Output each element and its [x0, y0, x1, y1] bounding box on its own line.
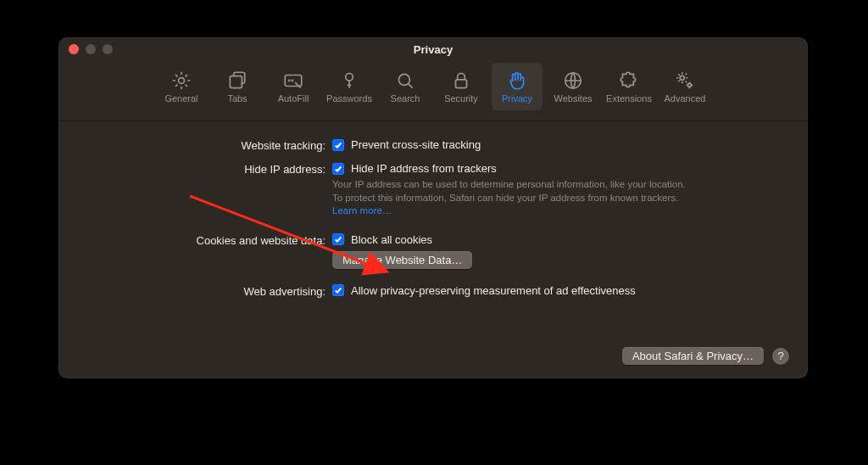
svg-rect-7 [456, 80, 467, 88]
tab-label: General [164, 93, 198, 104]
checkbox-ad-measurement[interactable] [332, 284, 344, 296]
puzzle-icon [618, 70, 640, 92]
tab-label: Extensions [606, 93, 652, 104]
svg-point-9 [680, 76, 684, 80]
minimize-window-button[interactable] [86, 44, 96, 54]
window-controls [58, 44, 113, 54]
tab-tabs[interactable]: Tabs [212, 63, 263, 110]
lock-icon [450, 70, 472, 92]
tab-label: Security [444, 93, 478, 104]
gears-icon [674, 70, 696, 92]
tab-passwords[interactable]: Passwords [324, 63, 375, 110]
svg-point-3 [289, 80, 290, 81]
hide-ip-description: Your IP address can be used to determine… [332, 178, 697, 218]
label-web-advertising: Web advertising: [92, 284, 332, 298]
titlebar: Privacy [58, 37, 808, 61]
checkbox-label: Hide IP address from trackers [351, 162, 497, 175]
label-website-tracking: Website tracking: [92, 138, 332, 152]
tab-label: Tabs [227, 93, 247, 104]
key-icon [338, 70, 360, 92]
preferences-toolbar: General Tabs AutoFill Passwords Search [58, 61, 808, 121]
tab-websites[interactable]: Websites [548, 63, 598, 110]
hand-icon [506, 70, 528, 92]
checkbox-label: Prevent cross-site tracking [351, 138, 481, 151]
row-web-advertising: Web advertising: Allow privacy-preservin… [92, 284, 774, 298]
svg-point-4 [292, 80, 292, 81]
window-title: Privacy [58, 43, 808, 56]
checkbox-hide-ip[interactable] [332, 163, 344, 175]
globe-icon [562, 70, 584, 92]
row-cookies: Cookies and website data: Block all cook… [92, 233, 774, 269]
tab-general[interactable]: General [156, 63, 207, 110]
svg-point-5 [346, 73, 353, 81]
tab-privacy[interactable]: Privacy [492, 63, 542, 110]
label-hide-ip: Hide IP address: [92, 162, 332, 176]
tab-autofill[interactable]: AutoFill [268, 63, 319, 110]
tab-label: AutoFill [278, 93, 309, 104]
tab-label: Advanced [665, 93, 706, 104]
tab-security[interactable]: Security [436, 63, 487, 110]
tab-label: Privacy [502, 93, 532, 104]
svg-point-0 [179, 78, 185, 84]
gear-icon [170, 70, 192, 92]
tab-extensions[interactable]: Extensions [604, 63, 654, 110]
checkbox-block-cookies[interactable] [332, 233, 344, 245]
manage-website-data-button[interactable]: Manage Website Data… [332, 251, 472, 269]
footer: About Safari & Privacy… ? [622, 347, 789, 365]
tabs-icon [226, 70, 248, 92]
preferences-window: Privacy General Tabs AutoFill Password [58, 37, 808, 378]
zoom-window-button[interactable] [103, 44, 113, 54]
checkbox-label: Allow privacy-preserving measurement of … [351, 284, 636, 297]
row-hide-ip: Hide IP address: Hide IP address from tr… [92, 162, 774, 218]
row-website-tracking: Website tracking: Prevent cross-site tra… [92, 138, 774, 152]
checkbox-prevent-cross-site[interactable] [332, 139, 344, 151]
autofill-icon [282, 70, 304, 92]
tab-label: Search [391, 93, 420, 104]
tab-advanced[interactable]: Advanced [659, 63, 710, 110]
privacy-pane: Website tracking: Prevent cross-site tra… [58, 121, 808, 298]
help-button[interactable]: ? [772, 348, 789, 365]
about-safari-privacy-button[interactable]: About Safari & Privacy… [622, 347, 764, 365]
tab-label: Passwords [326, 93, 372, 104]
checkbox-label: Block all cookies [351, 233, 432, 246]
svg-point-10 [687, 83, 691, 87]
learn-more-link[interactable]: Learn more… [332, 205, 392, 216]
label-cookies: Cookies and website data: [92, 233, 332, 247]
tab-label: Websites [554, 93, 592, 104]
svg-point-6 [398, 74, 409, 85]
close-window-button[interactable] [69, 44, 79, 54]
svg-rect-1 [230, 76, 242, 88]
tab-search[interactable]: Search [380, 63, 431, 110]
search-icon [394, 70, 416, 92]
